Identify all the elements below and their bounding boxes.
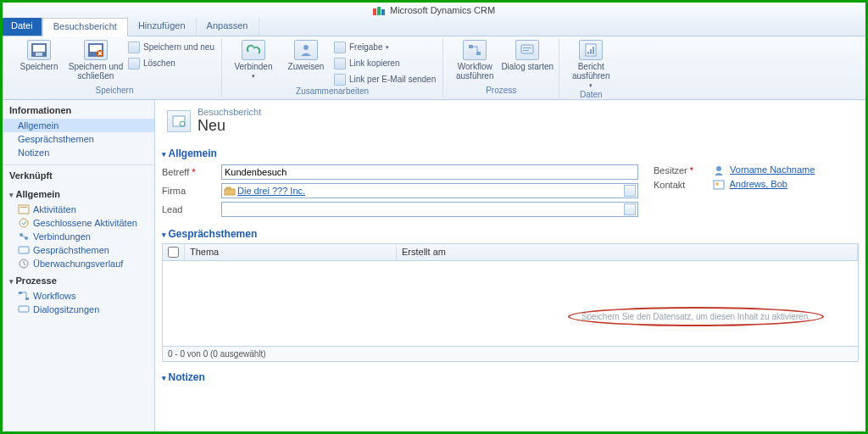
- nav-notizen[interactable]: Notizen: [3, 146, 154, 159]
- svg-rect-12: [521, 45, 533, 53]
- activities-icon: [18, 204, 30, 214]
- group-process-label: Prozess: [486, 86, 516, 97]
- workflows-icon: [18, 291, 30, 301]
- nav-audit[interactable]: Überwachungsverlauf: [3, 257, 154, 270]
- nav-closed-activities[interactable]: Geschlossene Aktivitäten: [3, 216, 154, 230]
- assign-icon: [294, 40, 318, 60]
- svg-rect-5: [36, 53, 42, 56]
- svg-rect-0: [373, 8, 376, 15]
- section-topics[interactable]: Gesprächsthemen: [162, 224, 859, 243]
- run-workflow-button[interactable]: Workflow ausführen: [448, 38, 501, 81]
- nav-sub-allgemein[interactable]: Allgemein: [3, 184, 154, 203]
- label-besitzer: Besitzer: [654, 165, 687, 175]
- left-navigation: Informationen Allgemein Gesprächsthemen …: [3, 100, 155, 431]
- email-link-button[interactable]: Link per E-Mail senden: [332, 72, 437, 86]
- svg-rect-24: [19, 247, 29, 253]
- svg-point-21: [19, 219, 28, 227]
- user-icon: [713, 165, 725, 175]
- svg-rect-31: [225, 189, 235, 195]
- delete-button[interactable]: Löschen: [126, 56, 216, 70]
- company-icon: [224, 186, 236, 196]
- link-icon: [242, 40, 265, 60]
- tab-anpassen[interactable]: Anpassen: [197, 18, 259, 36]
- kontakt-link[interactable]: Andrews, Bob: [729, 179, 787, 189]
- nav-gespraechsthemen[interactable]: Gesprächsthemen: [3, 132, 154, 146]
- tab-file[interactable]: Datei: [3, 18, 42, 36]
- email-icon: [334, 74, 346, 86]
- nav-verbindungen[interactable]: Verbindungen: [3, 230, 154, 243]
- betreff-input[interactable]: [221, 164, 638, 180]
- section-allgemein[interactable]: Allgemein: [162, 143, 859, 163]
- svg-point-35: [715, 182, 719, 186]
- dialog-sessions-icon: [18, 304, 30, 314]
- topics-icon: [18, 245, 30, 255]
- svg-rect-4: [33, 45, 45, 52]
- closed-activities-icon: [18, 218, 30, 228]
- nav-dialogs[interactable]: Dialogsitzungen: [3, 303, 154, 316]
- svg-point-9: [303, 45, 309, 50]
- firma-lookup[interactable]: Die drei ??? Inc.: [221, 183, 638, 198]
- tab-hinzufuegen[interactable]: Hinzufügen: [128, 18, 197, 36]
- firma-link[interactable]: Die drei ??? Inc.: [236, 186, 624, 196]
- page-type: Besuchsbericht: [198, 107, 261, 117]
- grid-checkbox-header[interactable]: [163, 244, 185, 260]
- crm-logo-icon: [373, 7, 385, 15]
- lookup-button-icon[interactable]: [624, 185, 636, 197]
- dialog-icon: [515, 40, 539, 60]
- copy-link-button[interactable]: Link kopieren: [332, 56, 437, 70]
- start-dialog-button[interactable]: Dialog starten: [501, 38, 554, 71]
- svg-rect-2: [381, 9, 385, 15]
- main-pane: Besuchsbericht Neu Allgemein Betreff * F…: [155, 100, 865, 431]
- nav-header-verknuepft: Verknüpft: [3, 164, 154, 184]
- lookup-button-icon[interactable]: [624, 203, 636, 215]
- nav-workflows[interactable]: Workflows: [3, 289, 154, 303]
- lead-lookup[interactable]: [221, 202, 638, 217]
- page-title: Neu: [198, 117, 225, 134]
- label-firma: Firma: [162, 186, 221, 196]
- svg-rect-17: [590, 49, 592, 54]
- svg-rect-19: [19, 205, 29, 214]
- svg-rect-13: [523, 47, 531, 48]
- nav-aktivitaeten[interactable]: Aktivitäten: [3, 203, 154, 216]
- assign-button[interactable]: Zuweisen: [280, 38, 332, 71]
- grid-placeholder: Speichern Sie den Datensatz, um diesen I…: [568, 307, 824, 326]
- svg-rect-10: [469, 45, 473, 48]
- save-and-close-button[interactable]: Speichern und schließen: [65, 38, 126, 81]
- app-title: Microsoft Dynamics CRM: [390, 5, 495, 15]
- svg-rect-1: [377, 7, 381, 15]
- label-lead: Lead: [162, 204, 221, 214]
- disk-close-icon: [84, 40, 108, 60]
- save-button[interactable]: Speichern: [13, 38, 65, 71]
- disk-new-icon: [128, 42, 140, 53]
- group-save-label: Speichern: [95, 86, 133, 97]
- svg-rect-14: [523, 50, 529, 51]
- besitzer-link[interactable]: Vorname Nachname: [730, 164, 815, 175]
- connections-icon: [18, 231, 30, 242]
- workflow-icon: [463, 40, 487, 60]
- nav-topics[interactable]: Gesprächsthemen: [3, 243, 154, 257]
- svg-rect-18: [593, 47, 594, 54]
- ribbon: Speichern Speichern und schließen Speich…: [3, 36, 865, 100]
- delete-icon: [128, 58, 140, 70]
- svg-rect-32: [226, 187, 231, 189]
- tab-besuchsbericht[interactable]: Besuchsbericht: [42, 18, 128, 36]
- svg-rect-34: [714, 181, 724, 189]
- disk-icon: [27, 40, 51, 60]
- label-betreff: Betreff: [162, 167, 189, 177]
- svg-rect-28: [19, 306, 29, 312]
- col-erstellt[interactable]: Erstellt am: [397, 244, 858, 260]
- group-data-label: Daten: [580, 90, 603, 99]
- nav-sub-prozesse[interactable]: Prozesse: [3, 270, 154, 289]
- section-notes[interactable]: Notizen: [162, 367, 859, 387]
- record-type-icon: [167, 110, 191, 132]
- group-collab-label: Zusammenarbeiten: [296, 86, 369, 97]
- nav-allgemein[interactable]: Allgemein: [3, 119, 154, 132]
- grid-footer: 0 - 0 von 0 (0 ausgewählt): [163, 346, 858, 361]
- share-button[interactable]: Freigabe ▾: [332, 40, 437, 54]
- save-and-new-button[interactable]: Speichern und neu: [126, 40, 216, 54]
- titlebar: Microsoft Dynamics CRM: [3, 3, 865, 18]
- col-thema[interactable]: Thema: [185, 244, 397, 260]
- report-icon: [579, 40, 603, 60]
- run-report-button[interactable]: Bericht ausführen ▾: [565, 38, 617, 90]
- connect-button[interactable]: Verbinden ▾: [227, 38, 280, 81]
